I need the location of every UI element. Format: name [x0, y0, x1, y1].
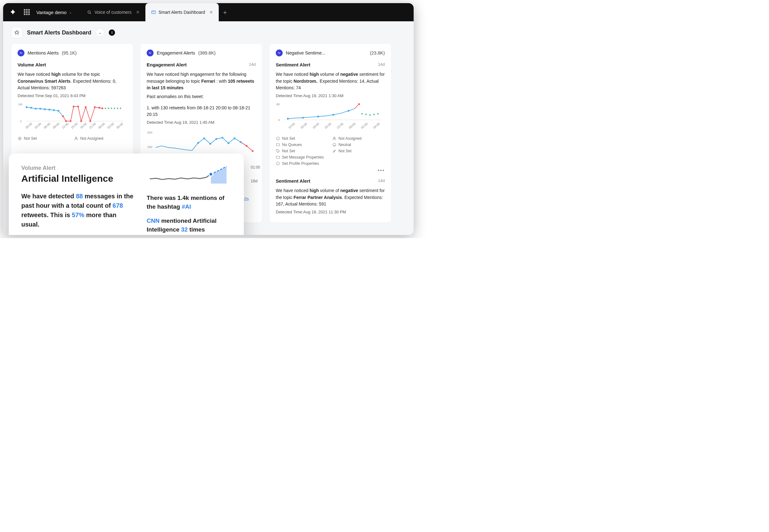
svg-point-84 — [276, 162, 279, 165]
alert-extra: Past anomalies on this tweet: — [147, 93, 256, 100]
svg-point-17 — [53, 109, 55, 111]
svg-point-7 — [111, 108, 112, 109]
card-count: (23.8K) — [370, 50, 385, 55]
meta-item[interactable]: No Queues — [276, 143, 328, 147]
close-icon[interactable]: ✕ — [209, 10, 213, 15]
svg-text:21:00: 21:00 — [88, 122, 97, 129]
topbar: Vantage demo ⌄ Voice of customers ✕ Smar… — [3, 3, 414, 21]
title-dropdown[interactable]: ⌄ — [96, 28, 104, 37]
svg-point-13 — [35, 108, 37, 110]
svg-point-68 — [348, 110, 349, 112]
chevron-down-icon: ⌄ — [69, 10, 72, 14]
brand-logo-icon[interactable] — [9, 8, 17, 16]
alert-title: Sentiment Alert — [276, 178, 310, 184]
meta-item[interactable]: Not Assigned — [332, 136, 385, 141]
svg-text:15:00: 15:00 — [70, 122, 78, 129]
svg-point-64 — [287, 118, 289, 120]
detected-time: Detected Time:Sep 01, 2021 8:43 PM — [18, 93, 127, 98]
svg-text:06:00: 06:00 — [116, 122, 124, 129]
svg-point-62 — [373, 114, 375, 115]
close-icon[interactable]: ✕ — [136, 10, 140, 15]
action-set-profile[interactable]: Set Profile Properties — [276, 161, 385, 166]
svg-point-48 — [209, 143, 211, 145]
apps-grid-icon[interactable] — [24, 9, 30, 15]
alert-anomaly: 1. with 130 retweets from 08-18-21 20:00… — [147, 105, 256, 118]
svg-point-50 — [222, 137, 223, 139]
card-header: Engagement Alerts (389.8K) — [147, 50, 256, 56]
tabs: Voice of customers ✕ Smart Alerts Dashbo… — [81, 3, 231, 21]
more-menu[interactable]: ••• — [276, 168, 385, 173]
action-set-message[interactable]: Set Message Properties — [276, 155, 385, 159]
mail-icon — [276, 155, 280, 159]
meta-item[interactable]: Not Set — [276, 136, 328, 141]
info-icon: i — [112, 30, 112, 35]
card-header: Mentions Alerts (95.1K) — [18, 50, 127, 56]
card-title: Mentions Alerts — [28, 50, 59, 55]
svg-text:00:00: 00:00 — [348, 122, 356, 129]
face-icon — [332, 143, 337, 147]
meta-item[interactable]: Not Set — [332, 149, 385, 153]
overlay-stat-2: CNN mentioned Artificial Intelligence 32… — [147, 216, 231, 234]
overlay-title: Artificial Intelligence — [21, 173, 134, 184]
card-title: Engagement Alerts — [157, 50, 195, 55]
svg-point-10 — [120, 108, 121, 109]
svg-text:16:00: 16:00 — [300, 122, 308, 129]
svg-text:150: 150 — [147, 145, 152, 149]
svg-rect-1 — [152, 11, 155, 13]
meta-grid: Not Set Not Assigned — [18, 136, 127, 141]
workspace-switcher[interactable]: Vantage demo ⌄ — [36, 10, 72, 15]
svg-point-52 — [233, 138, 235, 139]
svg-point-49 — [215, 138, 217, 140]
svg-point-11 — [26, 106, 28, 108]
overlay-stat-1: There was 1.4k mentions of the hashtag #… — [147, 194, 231, 211]
page-header: Smart Alerts Dashboard ⌄ i — [3, 21, 414, 44]
overlay-right: There was 1.4k mentions of the hashtag #… — [147, 165, 231, 235]
meta-grid: Not Set Not Assigned No Queues Neutral N… — [276, 136, 385, 153]
card-count: (389.8K) — [198, 50, 216, 55]
svg-text:200: 200 — [147, 131, 152, 134]
svg-text:18:00: 18:00 — [79, 122, 87, 129]
svg-rect-80 — [276, 144, 279, 146]
svg-point-9 — [117, 108, 118, 109]
meta-item[interactable]: Not Set — [18, 136, 70, 141]
svg-text:1M: 1M — [18, 102, 22, 106]
svg-text:12:00: 12:00 — [61, 122, 69, 129]
svg-point-86 — [209, 172, 213, 176]
page-title: Smart Alerts Dashboard — [27, 29, 91, 36]
alert-title: Engagement Alert — [147, 62, 187, 67]
new-tab-button[interactable]: ＋ — [219, 3, 231, 21]
svg-point-26 — [89, 120, 91, 122]
chevron-down-icon: ⌄ — [99, 31, 102, 35]
svg-point-14 — [39, 108, 41, 110]
meta-item[interactable]: Not Set — [276, 149, 328, 153]
alert-body: We have noticed high volume for the topi… — [18, 71, 127, 91]
svg-point-60 — [365, 114, 367, 115]
svg-point-16 — [49, 109, 50, 111]
detected-time: Detected Time:Aug 18, 2021 11:30 PM — [276, 210, 385, 214]
svg-text:09:00: 09:00 — [52, 122, 60, 129]
svg-point-51 — [228, 142, 229, 144]
svg-point-55 — [252, 150, 254, 152]
info-button[interactable]: i — [109, 29, 115, 36]
alert-body: We have noticed high engagement for the … — [147, 71, 256, 91]
tab-voice-of-customers[interactable]: Voice of customers ✕ — [81, 3, 145, 21]
svg-point-20 — [65, 120, 67, 122]
svg-text:03:00: 03:00 — [34, 122, 42, 129]
meta-item[interactable]: Neutral — [332, 143, 385, 147]
svg-text:80: 80 — [276, 102, 280, 106]
detected-time: Detected Time:Aug 19, 2021 1:30 AM — [276, 93, 385, 98]
meta-item[interactable]: Not Assigned — [74, 136, 127, 141]
svg-text:02:00: 02:00 — [360, 122, 369, 129]
tab-label: Smart Alerts Dashboard — [159, 10, 205, 15]
svg-text:06:00: 06:00 — [43, 122, 51, 129]
svg-point-22 — [73, 106, 75, 107]
star-button[interactable] — [11, 27, 23, 38]
person-icon — [332, 136, 337, 141]
svg-text:03:00: 03:00 — [107, 122, 115, 129]
svg-text:00:00: 00:00 — [25, 122, 33, 129]
detail-overlay: Volume Alert Artificial Intelligence We … — [9, 154, 244, 235]
svg-point-19 — [62, 115, 64, 117]
pulse-icon — [18, 50, 24, 56]
svg-point-18 — [58, 110, 60, 112]
tab-smart-alerts[interactable]: Smart Alerts Dashboard ✕ — [145, 3, 219, 21]
